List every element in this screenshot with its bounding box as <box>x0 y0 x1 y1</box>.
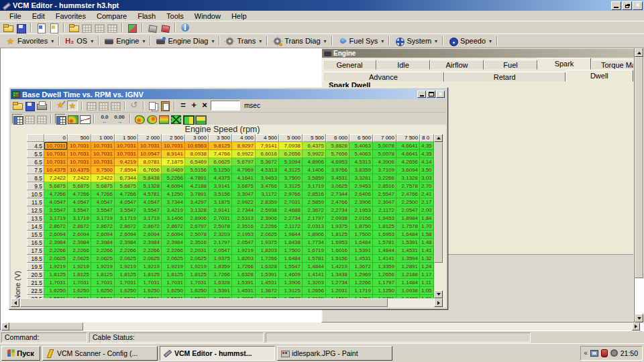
dwell-cell[interactable]: 3,5547 <box>138 206 162 215</box>
dwell-cell[interactable]: 4,1641 <box>232 174 256 182</box>
dwell-cell[interactable]: 1,9375 <box>326 223 350 231</box>
dwell-cell[interactable]: 1,7031 <box>162 279 185 287</box>
dwell-cell[interactable]: 2,5078 <box>209 223 232 231</box>
row-header-cell[interactable]: 17.5 <box>27 247 44 255</box>
dwell-cell[interactable]: 2,5859 <box>303 198 326 206</box>
dwell-cell[interactable]: 1,2031 <box>326 287 350 295</box>
nav-item-engine[interactable]: Engine▾ <box>101 35 148 47</box>
dwell-cell[interactable]: 7,0938 <box>279 142 303 150</box>
dwell-cell[interactable]: 2,8672 <box>138 223 162 231</box>
dwell-window-titlebar[interactable]: Base Dwell Time vs. RPM vs. IGNV × <box>11 89 446 99</box>
table-2-icon[interactable] <box>94 23 105 33</box>
dwell-cell[interactable]: 1,7500 <box>279 247 303 255</box>
flat-map-icon[interactable] <box>158 114 169 124</box>
dwell-cell[interactable]: 1,70 <box>420 223 434 231</box>
column-header-cell[interactable]: 8 0 <box>420 134 434 142</box>
grid-view-icon[interactable] <box>12 114 23 124</box>
dwell-cell[interactable]: 2,0625 <box>185 255 209 263</box>
dwell-cell[interactable]: 3,6875 <box>232 182 256 190</box>
dwell-cell[interactable]: 2,5547 <box>373 190 396 198</box>
dwell-cell[interactable]: 7,4766 <box>209 150 232 158</box>
dwell-cell[interactable]: 6,0469 <box>162 166 185 174</box>
dwell-cell[interactable]: 1,6016 <box>326 247 350 255</box>
start-button[interactable]: Пуск <box>1 346 40 361</box>
dwell-cell[interactable]: 4,7266 <box>91 190 115 198</box>
menu-file[interactable]: File <box>4 11 27 21</box>
dwell-cell[interactable]: 1,4844 <box>373 247 396 255</box>
dwell-cell[interactable]: 1,8906 <box>303 231 326 239</box>
scrollbar-thumb[interactable] <box>434 142 443 263</box>
dwell-cell[interactable]: 1,48 <box>420 239 434 247</box>
dwell-cell[interactable]: 2,70 <box>420 182 434 190</box>
row-header-cell[interactable]: 12.5 <box>27 206 44 215</box>
dwell-cell[interactable]: 2,6094 <box>91 231 115 239</box>
dwell-cell[interactable]: 1,8203 <box>232 255 256 263</box>
table-view-1-icon[interactable] <box>86 101 97 111</box>
add-value-button[interactable]: + <box>189 101 199 111</box>
dwell-cell[interactable]: 1,8125 <box>138 271 162 279</box>
dwell-cell[interactable]: 1,17 <box>420 271 434 279</box>
row-header-cell[interactable]: 4.5 <box>27 142 44 150</box>
dwell-cell[interactable]: 2,0547 <box>209 247 232 255</box>
dwell-cell[interactable]: 4,2656 <box>396 158 420 166</box>
dwell-cell[interactable]: 10,7031 <box>68 158 91 166</box>
doc-info-icon[interactable] <box>36 23 46 33</box>
dwell-cell[interactable]: 2,1172 <box>373 206 396 215</box>
dwell-cell[interactable]: 5,5156 <box>185 166 209 174</box>
dwell-cell[interactable]: 2,8672 <box>162 223 185 231</box>
menu-window[interactable]: Window <box>189 11 226 21</box>
dwell-cell[interactable]: 4,1250 <box>162 190 185 198</box>
dwell-cell[interactable]: 2,0625 <box>256 231 279 239</box>
dwell-cell[interactable]: 10,7031 <box>91 158 115 166</box>
grid-flags-icon[interactable] <box>36 114 47 124</box>
row-header-cell[interactable]: 15.5 <box>27 231 44 239</box>
dwell-cell[interactable]: 1,6953 <box>373 231 396 239</box>
dwell-cell[interactable]: 1,9219 <box>68 263 91 271</box>
dwell-cell[interactable]: 1,7266 <box>209 271 232 279</box>
nav-item-fuel-sys[interactable]: Fuel Sys▾ <box>335 35 387 47</box>
decimal-increase-button[interactable]: 0.00→ <box>113 114 126 124</box>
dwell-cell[interactable]: 1,32 <box>420 255 434 263</box>
multiply-value-button[interactable]: × <box>200 101 209 111</box>
dwell-cell[interactable]: 2,7578 <box>396 182 420 190</box>
dwell-cell[interactable]: 4,0547 <box>68 198 91 206</box>
dwell-cell[interactable]: 4,7266 <box>115 190 138 198</box>
dwell-cell[interactable]: 3,1719 <box>91 215 115 223</box>
dwell-cell[interactable]: 2,2266 <box>115 247 138 255</box>
dwell-cell[interactable]: 2,9453 <box>350 182 373 190</box>
dwell-cell[interactable]: 3,7344 <box>162 198 185 206</box>
dwell-cell[interactable]: 2,00 <box>420 206 434 215</box>
dwell-cell[interactable]: 2,3047 <box>373 198 396 206</box>
update-icon[interactable] <box>610 349 618 357</box>
menu-tools[interactable]: Tools <box>161 11 189 21</box>
dwell-cell[interactable]: 1,58 <box>420 231 434 239</box>
dwell-cell[interactable]: 10,4375 <box>44 166 68 174</box>
dwell-cell[interactable]: 2,2266 <box>91 247 115 255</box>
dwell-cell[interactable]: 1,6250 <box>138 287 162 295</box>
dwell-cell[interactable]: 1,9844 <box>279 231 303 239</box>
column-header-cell[interactable]: 6 000 <box>326 134 350 142</box>
dwell-cell[interactable]: 1,3203 <box>303 279 326 287</box>
dwell-cell[interactable]: 5,6875 <box>115 182 138 190</box>
dwell-cell[interactable]: 1,4531 <box>256 279 279 287</box>
column-header-cell[interactable]: 5 000 <box>279 134 303 142</box>
dwell-cell[interactable]: 1,4531 <box>350 255 373 263</box>
dwell-cell[interactable]: 1,7031 <box>138 279 162 287</box>
dwell-cell[interactable]: 1,2656 <box>303 287 326 295</box>
dwell-cell[interactable]: 3,1172 <box>256 190 279 198</box>
save-icon[interactable] <box>24 101 35 111</box>
minimize-button[interactable] <box>417 90 426 98</box>
dwell-cell[interactable]: 1,8125 <box>185 271 209 279</box>
dwell-cell[interactable]: 1,2188 <box>396 271 420 279</box>
dwell-cell[interactable]: 3,7891 <box>185 190 209 198</box>
dwell-cell[interactable]: 2,0625 <box>115 255 138 263</box>
mdi-horizontal-scrollbar[interactable] <box>1 322 640 330</box>
column-header-cell[interactable]: 6 500 <box>350 134 373 142</box>
dwell-cell[interactable]: 2,3984 <box>162 239 185 247</box>
dwell-cell[interactable]: 2,6797 <box>185 223 209 231</box>
dropdown-icon[interactable]: ▾ <box>435 38 437 44</box>
dwell-cell[interactable]: 10,4375 <box>68 166 91 174</box>
dwell-cell[interactable]: 7,8594 <box>115 166 138 174</box>
dwell-cell[interactable]: 2,6094 <box>68 231 91 239</box>
dwell-cell[interactable]: 1,4219 <box>326 263 350 271</box>
